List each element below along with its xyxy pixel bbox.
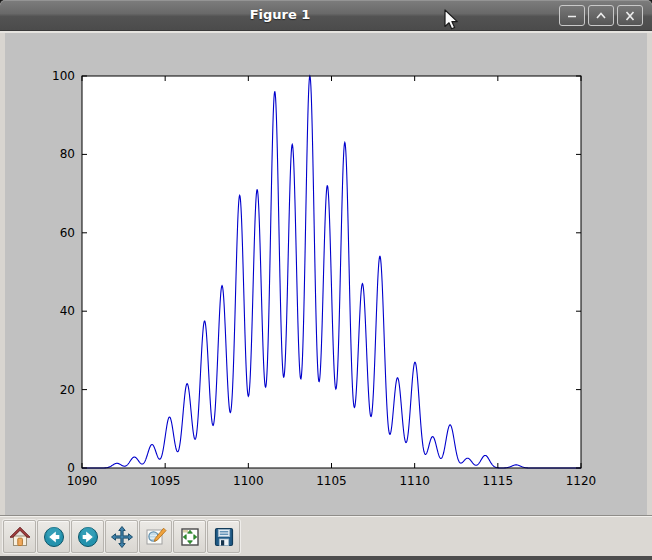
x-tick-label: 1120 <box>566 474 597 488</box>
x-tick-label: 1100 <box>233 474 264 488</box>
minimize-icon <box>565 10 579 22</box>
zoom-to-rect-button[interactable] <box>139 520 172 553</box>
y-tick-label: 60 <box>60 226 75 240</box>
forward-icon <box>76 525 100 549</box>
pan-button[interactable] <box>105 520 138 553</box>
home-icon <box>8 525 32 549</box>
save-button[interactable] <box>207 520 240 553</box>
zoom-to-rect-icon <box>144 525 168 549</box>
y-tick-label: 80 <box>60 147 75 161</box>
configure-subplots-button[interactable] <box>173 520 206 553</box>
close-button[interactable] <box>617 5 643 26</box>
x-tick-label: 1110 <box>399 474 430 488</box>
pan-icon <box>110 525 134 549</box>
y-tick-label: 0 <box>67 461 75 475</box>
save-icon <box>212 525 236 549</box>
plot-svg[interactable]: 1090109511001105111011151120020406080100 <box>5 33 647 515</box>
figure-canvas[interactable]: 1090109511001105111011151120020406080100 <box>5 33 647 515</box>
configure-subplots-icon <box>178 525 202 549</box>
x-tick-label: 1115 <box>483 474 514 488</box>
minimize-button[interactable] <box>559 5 585 26</box>
back-button[interactable] <box>37 520 70 553</box>
navigation-toolbar <box>0 517 652 556</box>
window-title: Figure 1 <box>0 0 560 31</box>
figure-window: Figure 1 1090109511001105111011151120020… <box>0 0 652 560</box>
x-tick-label: 1090 <box>67 474 98 488</box>
x-tick-label: 1095 <box>150 474 181 488</box>
maximize-button[interactable] <box>588 5 614 26</box>
y-tick-label: 100 <box>52 69 75 83</box>
window-bottom-border <box>0 556 652 560</box>
back-icon <box>42 525 66 549</box>
x-tick-label: 1105 <box>316 474 347 488</box>
close-icon <box>623 10 637 22</box>
y-tick-label: 20 <box>60 383 75 397</box>
maximize-icon <box>594 10 608 22</box>
home-button[interactable] <box>3 520 36 553</box>
forward-button[interactable] <box>71 520 104 553</box>
titlebar[interactable]: Figure 1 <box>0 0 652 31</box>
mouse-cursor <box>444 9 460 32</box>
y-tick-label: 40 <box>60 304 75 318</box>
